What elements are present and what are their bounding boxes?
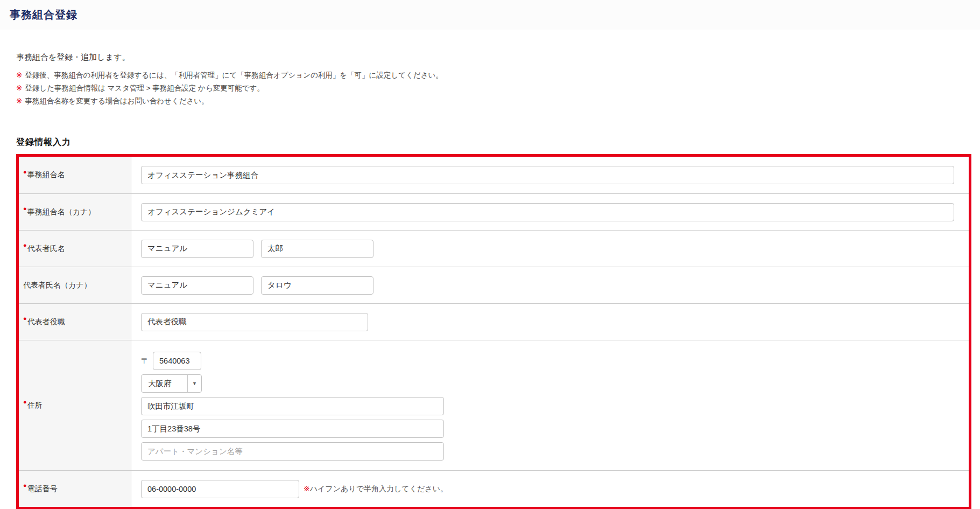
note-item: ※登録後、事務組合の利用者を登録するには、「利用者管理」にて「事務組合オプション… <box>16 69 980 82</box>
field-cell <box>131 304 969 340</box>
field-label-representative-name-kana: 代表者氏名（カナ） <box>19 267 131 303</box>
field-cell-address: 〒 大阪府 ▼ <box>131 340 969 470</box>
field-label-text: 代表者氏名 <box>27 244 65 254</box>
section-heading: 登録情報入力 <box>16 137 980 148</box>
phone-format-note: ※ハイフンありで半角入力してください。 <box>304 484 448 494</box>
postal-mark: 〒 <box>141 356 149 366</box>
field-label-text: 電話番号 <box>27 484 58 494</box>
field-label-representative-title: ● 代表者役職 <box>19 304 131 340</box>
field-label-text: 代表者役職 <box>27 317 65 327</box>
form-row-union-name-kana: ● 事務組合名（カナ） <box>19 193 969 230</box>
field-label-text: 住所 <box>27 401 43 410</box>
required-dot: ● <box>23 169 27 175</box>
field-cell <box>131 267 969 303</box>
note-item: ※登録した事務組合情報は マスタ管理 > 事務組合設定 から変更可能です。 <box>16 82 980 95</box>
postal-code-input[interactable] <box>153 352 201 370</box>
field-cell <box>131 157 969 193</box>
field-label-union-name-kana: ● 事務組合名（カナ） <box>19 194 131 230</box>
form-row-representative-title: ● 代表者役職 <box>19 303 969 340</box>
building-input[interactable] <box>141 442 444 461</box>
field-label-representative-name: ● 代表者氏名 <box>19 231 131 267</box>
postal-code-line: 〒 <box>141 352 201 370</box>
note-text: 登録した事務組合情報は マスタ管理 > 事務組合設定 から変更可能です。 <box>25 84 264 92</box>
field-label-phone: ● 電話番号 <box>19 471 131 507</box>
rep-first-name-kana-input[interactable] <box>261 276 373 295</box>
intro-text: 事務組合を登録・追加します。 <box>16 52 980 62</box>
form-row-phone: ● 電話番号 ※ハイフンありで半角入力してください。 <box>19 470 969 507</box>
field-cell <box>131 194 969 230</box>
rep-title-input[interactable] <box>141 313 368 331</box>
required-dot: ● <box>23 316 27 322</box>
city-line <box>141 397 444 415</box>
form-row-union-name: ● 事務組合名 <box>19 157 969 193</box>
field-label-union-name: ● 事務組合名 <box>19 157 131 193</box>
building-line <box>141 442 444 461</box>
rep-last-name-input[interactable] <box>141 240 253 258</box>
dropdown-arrow-icon[interactable]: ▼ <box>187 375 201 392</box>
form-row-representative-name: ● 代表者氏名 <box>19 230 969 267</box>
prefecture-selected-value: 大阪府 <box>142 375 187 392</box>
field-label-text: 事務組合名 <box>27 170 65 180</box>
field-cell <box>131 231 969 267</box>
required-dot: ● <box>23 242 27 248</box>
field-label-address: ● 住所 <box>19 340 131 470</box>
note-asterisk-mark: ※ <box>16 84 22 92</box>
page-header: 事務組合登録 <box>0 0 980 30</box>
note-asterisk-mark: ※ <box>16 97 22 105</box>
form-row-representative-name-kana: 代表者氏名（カナ） <box>19 267 969 303</box>
street-line <box>141 420 444 438</box>
prefecture-select[interactable]: 大阪府 ▼ <box>141 374 202 393</box>
phone-input[interactable] <box>141 480 299 498</box>
note-item: ※事務組合名称を変更する場合はお問い合わせください。 <box>16 95 980 108</box>
street-input[interactable] <box>141 420 444 438</box>
registration-form-table: ● 事務組合名 ● 事務組合名（カナ） ● 代表者氏名 <box>16 154 971 509</box>
required-dot: ● <box>23 206 27 212</box>
form-row-address: ● 住所 〒 大阪府 ▼ <box>19 340 969 470</box>
union-name-input[interactable] <box>141 166 954 184</box>
required-dot: ● <box>23 399 27 405</box>
note-text: 登録後、事務組合の利用者を登録するには、「利用者管理」にて「事務組合オプションの… <box>25 71 442 79</box>
page-title: 事務組合登録 <box>10 8 77 22</box>
rep-last-name-kana-input[interactable] <box>141 276 253 295</box>
field-cell: ※ハイフンありで半角入力してください。 <box>131 471 969 507</box>
rep-first-name-input[interactable] <box>261 240 373 258</box>
required-dot: ● <box>23 483 27 489</box>
phone-note-text: ハイフンありで半角入力してください。 <box>310 484 448 493</box>
city-input[interactable] <box>141 397 444 415</box>
field-label-text: 代表者氏名（カナ） <box>23 281 91 290</box>
prefecture-line: 大阪府 ▼ <box>141 374 202 393</box>
note-text: 事務組合名称を変更する場合はお問い合わせください。 <box>25 97 208 105</box>
note-asterisk-mark: ※ <box>304 484 310 493</box>
union-name-kana-input[interactable] <box>141 203 954 221</box>
field-label-text: 事務組合名（カナ） <box>27 207 96 217</box>
main-content: 事務組合を登録・追加します。 ※登録後、事務組合の利用者を登録するには、「利用者… <box>0 52 980 509</box>
notes-block: ※登録後、事務組合の利用者を登録するには、「利用者管理」にて「事務組合オプション… <box>16 69 980 108</box>
note-asterisk-mark: ※ <box>16 71 22 79</box>
